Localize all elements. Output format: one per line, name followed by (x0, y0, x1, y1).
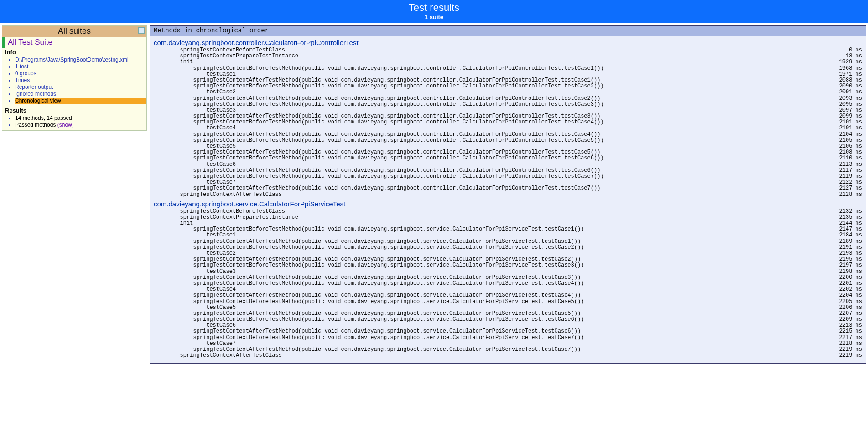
info-link[interactable]: D:\Programs\Java\SpringBootDemo\testng.x… (15, 56, 129, 63)
method-name: springTestContextAfterTestMethod(public … (154, 328, 826, 334)
method-row: springTestContextAfterTestMethod(public … (154, 96, 862, 102)
method-name: springTestContextAfterTestMethod(public … (154, 185, 826, 191)
method-row: springTestContextBeforeTestMethod(public… (154, 138, 862, 144)
method-row: springTestContextAfterTestMethod(public … (154, 275, 862, 281)
method-time: 2113 ms (826, 162, 862, 168)
method-row: springTestContextPrepareTestInstance2135… (154, 215, 862, 221)
collapse-icon[interactable]: - (138, 27, 145, 34)
method-name: springTestContextAfterTestMethod(public … (154, 168, 826, 174)
method-time: 2206 ms (826, 305, 862, 311)
method-row: springTestContextBeforeTestMethod(public… (154, 226, 862, 232)
method-row: testCase42101 ms (154, 125, 862, 131)
info-link[interactable]: Ignored methods (15, 91, 56, 97)
method-row: springTestContextPrepareTestInstance18 m… (154, 53, 862, 59)
info-link[interactable]: Times (15, 77, 30, 83)
method-name: testCase6 (154, 162, 826, 168)
method-name: springTestContextBeforeTestMethod(public… (154, 119, 826, 125)
show-link[interactable]: (show) (57, 122, 74, 128)
method-name: springTestContextAfterTestMethod(public … (154, 239, 826, 245)
method-row: springTestContextBeforeTestMethod(public… (154, 335, 862, 341)
method-time: 1929 ms (826, 59, 862, 65)
method-name: testCase3 (154, 269, 826, 275)
main-layout: All suites - All Test Suite Info D:\Prog… (0, 23, 868, 365)
method-row: springTestContextAfterTestMethod(public … (154, 185, 862, 191)
page-title: Test results (0, 2, 868, 14)
method-name: springTestContextPrepareTestInstance (154, 53, 826, 59)
method-row: testCase12184 ms (154, 232, 862, 238)
method-name: testCase5 (154, 305, 826, 311)
method-name: springTestContextBeforeTestMethod(public… (154, 155, 826, 161)
method-time: 1971 ms (826, 72, 862, 77)
method-time: 2200 ms (826, 275, 862, 281)
method-time: 2093 ms (826, 96, 862, 102)
method-name: springTestContextAfterTestMethod(public … (154, 132, 826, 138)
page-header: Test results 1 suite (0, 0, 868, 23)
method-time: 2189 ms (826, 239, 862, 245)
method-time: 2117 ms (826, 168, 862, 174)
method-row: springTestContextAfterTestClass2219 ms (154, 353, 862, 359)
info-item[interactable]: Chronological view (15, 98, 146, 104)
info-link[interactable]: 0 groups (15, 70, 36, 77)
info-item[interactable]: Ignored methods (15, 91, 146, 98)
info-item[interactable]: 1 test (15, 63, 146, 70)
method-time: 1968 ms (826, 66, 862, 72)
method-time: 2091 ms (826, 89, 862, 95)
method-time: 2219 ms (826, 353, 862, 359)
method-row: springTestContextAfterTestClass2128 ms (154, 192, 862, 198)
method-name: springTestContextAfterTestMethod(public … (154, 275, 826, 281)
info-list: D:\Programs\Java\SpringBootDemo\testng.x… (2, 56, 146, 104)
method-time: 2215 ms (826, 328, 862, 334)
method-row: springTestContextBeforeTestClass2132 ms (154, 209, 862, 215)
all-suites-label: All suites (58, 26, 91, 36)
methods-table: springTestContextBeforeTestClass2132 ms … (154, 209, 862, 359)
method-row: springTestContextBeforeTestMethod(public… (154, 299, 862, 305)
method-row: springTestContextBeforeTestMethod(public… (154, 66, 862, 72)
method-time: 2128 ms (826, 192, 862, 198)
results-item: Passed methods (show) (15, 122, 146, 128)
method-name: springTestContextBeforeTestMethod(public… (154, 317, 826, 323)
method-row: springTestContextBeforeTestMethod(public… (154, 174, 862, 180)
method-name: springTestContextBeforeTestMethod(public… (154, 174, 826, 180)
method-time: 2217 ms (826, 335, 862, 341)
method-name: springTestContextBeforeTestMethod(public… (154, 262, 826, 268)
method-name: init (154, 59, 826, 65)
page-subtitle: 1 suite (0, 14, 868, 21)
method-row: springTestContextAfterTestMethod(public … (154, 168, 862, 174)
method-row: testCase52206 ms (154, 305, 862, 311)
content-panel: Methods in chronological order com.davie… (150, 25, 866, 364)
method-name: springTestContextBeforeTestClass (154, 209, 826, 215)
results-heading: Results (2, 106, 146, 115)
method-time: 2204 ms (826, 293, 862, 298)
method-name: springTestContextBeforeTestMethod(public… (154, 138, 826, 144)
method-time: 2127 ms (826, 185, 862, 191)
chronological-body: com.davieyang.springboot.controller.Calc… (150, 36, 866, 363)
info-item[interactable]: Reporter output (15, 84, 146, 91)
method-time: 2095 ms (826, 102, 862, 108)
class-name[interactable]: com.davieyang.springboot.controller.Calc… (154, 38, 862, 47)
info-item[interactable]: D:\Programs\Java\SpringBootDemo\testng.x… (15, 56, 146, 63)
method-name: testCase2 (154, 89, 826, 95)
method-time: 2104 ms (826, 132, 862, 138)
method-name: springTestContextBeforeTestMethod(public… (154, 102, 826, 108)
method-name: springTestContextAfterTestClass (154, 192, 826, 198)
method-name: springTestContextPrepareTestInstance (154, 215, 826, 221)
method-row: testCase62113 ms (154, 162, 862, 168)
method-row: springTestContextBeforeTestMethod(public… (154, 317, 862, 323)
method-time: 2110 ms (826, 155, 862, 161)
method-row: testCase11971 ms (154, 72, 862, 77)
class-name[interactable]: com.davieyang.springboot.service.Calcula… (154, 199, 862, 209)
info-link[interactable]: Reporter output (15, 84, 53, 90)
methods-table: springTestContextBeforeTestClass0 ms spr… (154, 47, 862, 198)
info-link[interactable]: Chronological view (15, 98, 61, 104)
results-list: 14 methods, 14 passedPassed methods (sho… (2, 115, 146, 128)
info-item[interactable]: 0 groups (15, 70, 146, 77)
info-item[interactable]: Times (15, 77, 146, 84)
info-link[interactable]: 1 test (15, 63, 28, 70)
suite-name[interactable]: All Test Suite (2, 37, 146, 48)
method-row: springTestContextBeforeTestMethod(public… (154, 262, 862, 268)
sidebar: All suites - All Test Suite Info D:\Prog… (2, 25, 147, 131)
method-name: testCase4 (154, 125, 826, 131)
results-item-label: Passed methods (15, 122, 56, 128)
method-time: 2101 ms (826, 125, 862, 131)
method-name: testCase1 (154, 232, 826, 238)
